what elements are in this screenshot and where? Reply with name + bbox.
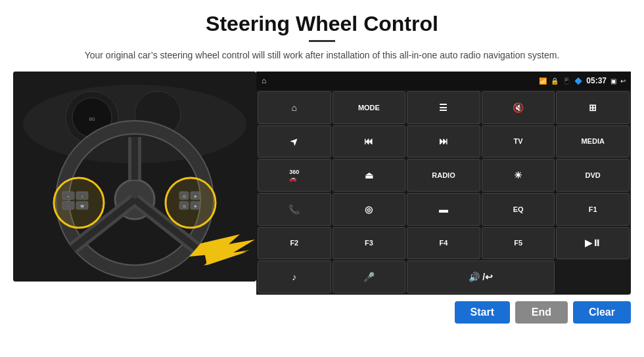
btn-nav[interactable]: ◎	[333, 193, 406, 226]
svg-text:+: +	[67, 194, 70, 198]
btn-send[interactable]: ➤	[258, 125, 331, 158]
btn-f3[interactable]: F3	[333, 227, 406, 260]
svg-text:◎: ◎	[183, 204, 186, 208]
end-button[interactable]: End	[515, 301, 568, 324]
svg-text:◎: ◎	[183, 194, 186, 198]
btn-f2[interactable]: F2	[258, 227, 331, 260]
page-title: Steering Wheel Control	[0, 0, 644, 40]
bluetooth-icon: 🔷	[574, 77, 582, 85]
btn-phone[interactable]: 📞	[258, 193, 331, 226]
window-icon: ▣	[610, 77, 616, 85]
btn-brightness[interactable]: ☀	[482, 159, 555, 192]
btn-prev[interactable]: ⏮	[333, 125, 406, 158]
content-area: 80 + ♪ - ☎	[0, 72, 644, 295]
svg-text:80: 80	[89, 116, 95, 122]
btn-dvd[interactable]: DVD	[556, 159, 630, 192]
page-subtitle: Your original car’s steering wheel contr…	[0, 49, 644, 72]
btn-play-pause[interactable]: ▶⏸	[556, 227, 630, 260]
clear-button[interactable]: Clear	[573, 301, 631, 324]
btn-volume[interactable]: 🔊 /↩	[407, 261, 555, 293]
status-bar: ⌂ 📶 🔒 📱 🔷 05:37 ▣ ↩	[256, 72, 631, 90]
btn-mode[interactable]: MODE	[333, 91, 406, 124]
btn-home[interactable]: ⌂	[258, 91, 331, 124]
btn-grid-icon[interactable]: ⊞	[556, 91, 630, 124]
btn-mute[interactable]: 🔇	[482, 91, 555, 124]
btn-radio[interactable]: RADIO	[407, 159, 480, 192]
btn-tv[interactable]: TV	[482, 125, 555, 158]
sim-icon: 📱	[563, 77, 570, 85]
btn-f4[interactable]: F4	[407, 227, 480, 260]
btn-f5[interactable]: F5	[482, 227, 555, 260]
btn-display[interactable]: ▬	[407, 193, 480, 226]
start-button[interactable]: Start	[455, 301, 510, 324]
svg-text:◈: ◈	[194, 204, 197, 208]
svg-text:♪: ♪	[81, 194, 83, 198]
btn-360[interactable]: 360🚗	[258, 159, 331, 192]
title-divider	[309, 40, 335, 42]
btn-next[interactable]: ⏭	[407, 125, 480, 158]
home-status-icon: ⌂	[262, 76, 266, 85]
btn-mic[interactable]: 🎤	[333, 261, 406, 293]
lock-icon: 🔒	[551, 77, 559, 85]
svg-text:☎: ☎	[80, 204, 84, 208]
wifi-icon: 📶	[539, 77, 547, 85]
bottom-buttons-area: Start End Clear	[0, 297, 644, 327]
btn-music[interactable]: ♪	[258, 261, 331, 293]
status-time: 05:37	[586, 76, 607, 85]
button-grid: ⌂ MODE ☰ 🔇 ⊞ ➤ ⏮ ⏭ TV MEDIA 360🚗 ⏏ RADIO…	[256, 90, 631, 295]
btn-eject[interactable]: ⏏	[333, 159, 406, 192]
status-bar-right: 📶 🔒 📱 🔷 05:37 ▣ ↩	[539, 76, 626, 85]
steering-wheel-image: 80 + ♪ - ☎	[13, 72, 256, 282]
btn-media[interactable]: MEDIA	[556, 125, 630, 158]
back-icon: ↩	[620, 77, 626, 85]
status-bar-left: ⌂	[262, 76, 266, 85]
svg-text:-: -	[68, 204, 69, 208]
svg-text:◈: ◈	[194, 194, 197, 198]
btn-list[interactable]: ☰	[407, 91, 480, 124]
btn-f1[interactable]: F1	[556, 193, 630, 226]
radio-panel: ⌂ 📶 🔒 📱 🔷 05:37 ▣ ↩ ⌂ MODE ☰ 🔇 ⊞ ➤ ⏮ ⏭	[256, 72, 631, 295]
btn-eq[interactable]: EQ	[482, 193, 555, 226]
btn-empty	[556, 261, 630, 293]
